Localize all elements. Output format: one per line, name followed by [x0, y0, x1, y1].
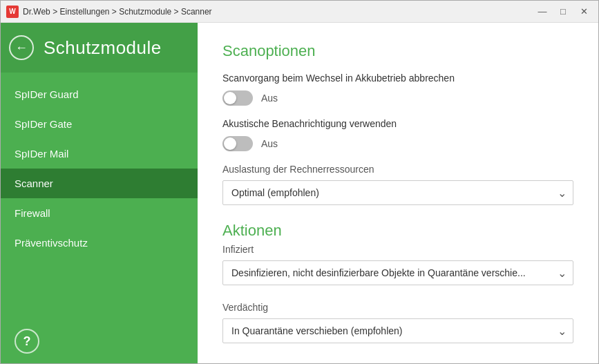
toggle1-state: Aus	[261, 93, 278, 104]
sidebar-item-spider-gate[interactable]: SpIDer Gate	[1, 109, 198, 139]
sidebar-header: ← Schutzmodule	[1, 23, 198, 73]
suspicious-select[interactable]: In Quarantäne verschieben (empfohlen)Lös…	[222, 318, 573, 343]
infected-select[interactable]: Desinfizieren, nicht desinfizierbare Obj…	[222, 260, 573, 285]
sidebar-item-preventive[interactable]: Präventivschutz	[1, 228, 198, 258]
titlebar-title: Dr.Web > Einstellungen > Schutzmodule > …	[23, 7, 533, 17]
help-icon: ?	[23, 334, 31, 349]
main-layout: ← Schutzmodule SpIDer GuardSpIDer GateSp…	[1, 23, 598, 364]
sidebar-title: Schutzmodule	[44, 37, 162, 59]
close-button[interactable]: ✕	[575, 5, 593, 19]
infected-select-wrapper: Desinfizieren, nicht desinfizierbare Obj…	[222, 260, 573, 285]
sidebar-footer: ?	[1, 318, 198, 364]
sidebar: ← Schutzmodule SpIDer GuardSpIDer GateSp…	[1, 23, 198, 364]
window-controls: — □ ✕	[533, 5, 593, 19]
toggle2-thumb	[224, 137, 236, 150]
toggle2-state: Aus	[261, 138, 278, 149]
resources-select[interactable]: MinimalOptimal (empfohlen)Maximal	[222, 180, 573, 205]
toggle1-switch[interactable]	[222, 90, 253, 106]
sidebar-item-spider-guard[interactable]: SpIDer Guard	[1, 79, 198, 109]
toggle2-row: Aus	[222, 136, 573, 151]
toggle1-row: Aus	[222, 90, 573, 106]
resources-label: Auslastung der Rechnerressourcen	[222, 164, 573, 175]
suspicious-label: Verdächtig	[222, 302, 573, 313]
sidebar-item-spider-mail[interactable]: SpIDer Mail	[1, 139, 198, 169]
infected-label: Infiziert	[222, 244, 573, 255]
back-button[interactable]: ←	[9, 35, 34, 60]
resources-select-wrapper: MinimalOptimal (empfohlen)Maximal ⌄	[222, 180, 573, 205]
actions-title: Aktionen	[222, 222, 573, 240]
titlebar: W Dr.Web > Einstellungen > Schutzmodule …	[1, 1, 598, 23]
toggle2-label: Akustische Benachrichtigung verwenden	[222, 118, 573, 129]
back-arrow-icon: ←	[15, 41, 28, 54]
toggle1-thumb	[224, 92, 236, 104]
help-button[interactable]: ?	[15, 329, 39, 354]
minimize-button[interactable]: —	[533, 5, 551, 19]
scan-options-title: Scanoptionen	[222, 42, 573, 60]
sidebar-item-scanner[interactable]: Scanner	[1, 169, 198, 198]
sidebar-nav: SpIDer GuardSpIDer GateSpIDer MailScanne…	[1, 73, 198, 318]
maximize-button[interactable]: □	[554, 5, 572, 19]
toggle2-switch[interactable]	[222, 136, 253, 151]
sidebar-item-firewall[interactable]: Firewall	[1, 198, 198, 228]
content-area: Scanoptionen Scanvorgang beim Wechsel in…	[198, 23, 598, 364]
app-logo: W	[6, 6, 19, 18]
toggle1-label: Scanvorgang beim Wechsel in Akkubetrieb …	[222, 73, 573, 84]
suspicious-select-wrapper: In Quarantäne verschieben (empfohlen)Lös…	[222, 318, 573, 343]
